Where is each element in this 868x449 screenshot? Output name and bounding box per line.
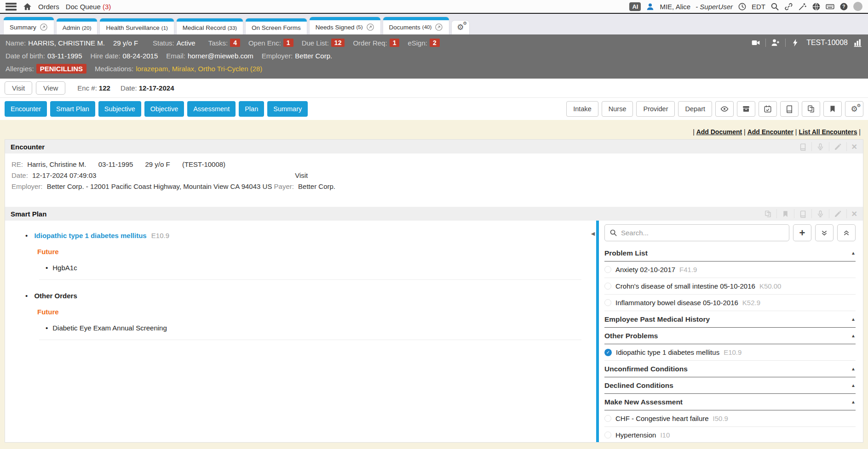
smart-plan-button[interactable]: Smart Plan bbox=[50, 101, 95, 117]
unchecked-circle-icon[interactable] bbox=[604, 299, 611, 306]
unchecked-circle-icon[interactable] bbox=[604, 432, 611, 438]
copy-icon[interactable] bbox=[764, 210, 772, 218]
list-all-encounters-link[interactable]: List All Encounters bbox=[799, 128, 857, 136]
microphone-icon[interactable] bbox=[816, 143, 824, 151]
tasks-badge[interactable]: 4 bbox=[230, 39, 240, 47]
patient-name[interactable]: HARRIS, CHRISTINE M. bbox=[28, 39, 105, 47]
problem-item[interactable]: CHF - Congestive heart failure I50.9 bbox=[604, 410, 856, 427]
add-person-icon[interactable] bbox=[771, 38, 780, 47]
collapse-all-button[interactable] bbox=[837, 224, 856, 241]
plan-button[interactable]: Plan bbox=[239, 101, 264, 117]
objective-button[interactable]: Objective bbox=[144, 101, 184, 117]
keyboard-icon[interactable] bbox=[826, 2, 834, 11]
encounters-book-button[interactable] bbox=[780, 101, 799, 117]
problem-item[interactable]: Hypertension I10 bbox=[604, 427, 856, 443]
tab-needs-signed[interactable]: Needs Signed (5) bbox=[310, 17, 380, 34]
close-icon[interactable]: ✕ bbox=[851, 142, 857, 151]
section-header-other-problems[interactable]: Other Problems ▲ bbox=[604, 328, 856, 344]
book-icon[interactable] bbox=[799, 143, 807, 151]
ai-badge[interactable]: AI bbox=[629, 2, 641, 11]
archive-button[interactable] bbox=[737, 101, 755, 117]
user-name[interactable]: MIE, Alice bbox=[660, 3, 690, 11]
timezone-label[interactable]: EDT bbox=[752, 3, 765, 11]
nav-doc-queue[interactable]: Doc Queue (3) bbox=[66, 3, 111, 11]
visit-button[interactable]: Visit bbox=[5, 81, 32, 95]
problem-item-selected[interactable]: ✓ Idiopathic type 1 diabetes mellitus E1… bbox=[604, 344, 856, 361]
assessment-button[interactable]: Assessment bbox=[187, 101, 236, 117]
order-req-badge[interactable]: 1 bbox=[390, 39, 400, 47]
checked-circle-icon[interactable]: ✓ bbox=[604, 349, 612, 356]
unchecked-circle-icon[interactable] bbox=[604, 283, 611, 290]
subjective-button[interactable]: Subjective bbox=[98, 101, 141, 117]
calendar-button[interactable] bbox=[759, 101, 777, 117]
unchecked-circle-icon[interactable] bbox=[604, 415, 611, 422]
tab-medical-record[interactable]: Medical Record (33) bbox=[177, 18, 243, 34]
globe-icon[interactable] bbox=[812, 2, 821, 11]
popout-icon[interactable] bbox=[366, 23, 374, 31]
nav-orders[interactable]: Orders bbox=[38, 3, 59, 11]
search-input[interactable] bbox=[621, 229, 784, 237]
esign-badge[interactable]: 2 bbox=[430, 39, 440, 47]
medications-list[interactable]: lorazepam, Miralax, Ortho Tri-Cyclen (28… bbox=[136, 65, 262, 73]
avatar[interactable] bbox=[853, 2, 862, 11]
intake-button[interactable]: Intake bbox=[566, 101, 598, 117]
allergy-badge[interactable]: PENICILLINS bbox=[36, 64, 86, 74]
problem-item[interactable]: Crohn's disease of small intestine 05-10… bbox=[604, 278, 856, 295]
summary-button[interactable]: Summary bbox=[267, 101, 308, 117]
depart-button[interactable]: Depart bbox=[678, 101, 712, 117]
bookmark-icon[interactable] bbox=[782, 210, 789, 218]
due-list-badge[interactable]: 12 bbox=[331, 39, 345, 47]
tab-settings[interactable]: ⚙⚙ bbox=[452, 21, 469, 34]
section-header-past-medical-history[interactable]: Employee Past Medical History ▲ bbox=[604, 311, 856, 328]
user-icon[interactable] bbox=[646, 2, 655, 11]
popout-icon[interactable] bbox=[40, 23, 48, 31]
collapse-panel-arrow[interactable]: ◀ bbox=[590, 221, 596, 443]
wand-icon[interactable] bbox=[798, 2, 807, 11]
tab-on-screen-forms[interactable]: On Screen Forms bbox=[246, 18, 307, 34]
section-header-make-new-assessment[interactable]: Make New Assessment ▲ bbox=[604, 394, 856, 410]
hamburger-menu-icon[interactable] bbox=[6, 3, 17, 11]
add-problem-button[interactable]: + bbox=[793, 224, 811, 241]
microphone-icon[interactable] bbox=[816, 210, 824, 218]
expand-all-button[interactable] bbox=[815, 224, 834, 241]
copy-button[interactable] bbox=[802, 101, 820, 117]
tab-admin[interactable]: Admin (20) bbox=[57, 18, 98, 34]
flowsheet-chart-icon[interactable] bbox=[853, 38, 862, 47]
section-header-declined-conditions[interactable]: Declined Conditions ▲ bbox=[604, 377, 856, 394]
pencil-icon[interactable] bbox=[834, 210, 842, 218]
order-item[interactable]: •HgbA1c bbox=[46, 264, 581, 272]
close-icon[interactable]: ✕ bbox=[851, 210, 857, 218]
section-header-unconfirmed-conditions[interactable]: Unconfirmed Conditions ▲ bbox=[604, 361, 856, 377]
search-box[interactable] bbox=[604, 224, 789, 241]
view-button[interactable]: View bbox=[36, 81, 65, 95]
order-item[interactable]: •Diabetic Eye Exam Annual Screening bbox=[46, 324, 581, 332]
problem-item[interactable]: Inflammatory bowel disease 05-10-2016 K5… bbox=[604, 295, 856, 311]
settings-button[interactable]: ⚙⚙ bbox=[845, 101, 863, 117]
patient-email[interactable]: horner@mieweb.com bbox=[188, 52, 253, 60]
open-enc-badge[interactable]: 1 bbox=[283, 39, 293, 47]
search-icon[interactable] bbox=[770, 2, 779, 11]
home-icon[interactable] bbox=[23, 2, 32, 11]
tab-summary[interactable]: Summary bbox=[4, 17, 54, 34]
eye-button[interactable] bbox=[715, 101, 734, 117]
nurse-button[interactable]: Nurse bbox=[602, 101, 633, 117]
book-icon[interactable] bbox=[799, 210, 807, 218]
tab-health-surveillance[interactable]: Health Surveillance (1) bbox=[100, 18, 173, 34]
bookmark-button[interactable] bbox=[823, 101, 842, 117]
video-camera-icon[interactable] bbox=[751, 38, 760, 47]
unchecked-circle-icon[interactable] bbox=[604, 266, 611, 273]
lightning-icon[interactable] bbox=[791, 38, 800, 47]
link-icon[interactable] bbox=[784, 2, 793, 11]
help-icon[interactable]: ? bbox=[839, 2, 848, 11]
add-encounter-link[interactable]: Add Encounter bbox=[747, 128, 793, 136]
section-header-problem-list[interactable]: Problem List ▲ bbox=[604, 245, 856, 261]
problem-link[interactable]: Idiopathic type 1 diabetes mellitus bbox=[34, 232, 146, 239]
clock-icon[interactable] bbox=[738, 2, 747, 11]
pencil-icon[interactable] bbox=[834, 143, 842, 151]
problem-item[interactable]: Anxiety 02-10-2017 F41.9 bbox=[604, 261, 856, 278]
add-document-link[interactable]: Add Document bbox=[696, 128, 742, 136]
popout-icon[interactable] bbox=[435, 23, 443, 31]
encounter-button[interactable]: Encounter bbox=[5, 101, 47, 117]
provider-button[interactable]: Provider bbox=[636, 101, 675, 117]
tab-documents[interactable]: Documents (40) bbox=[383, 17, 449, 34]
